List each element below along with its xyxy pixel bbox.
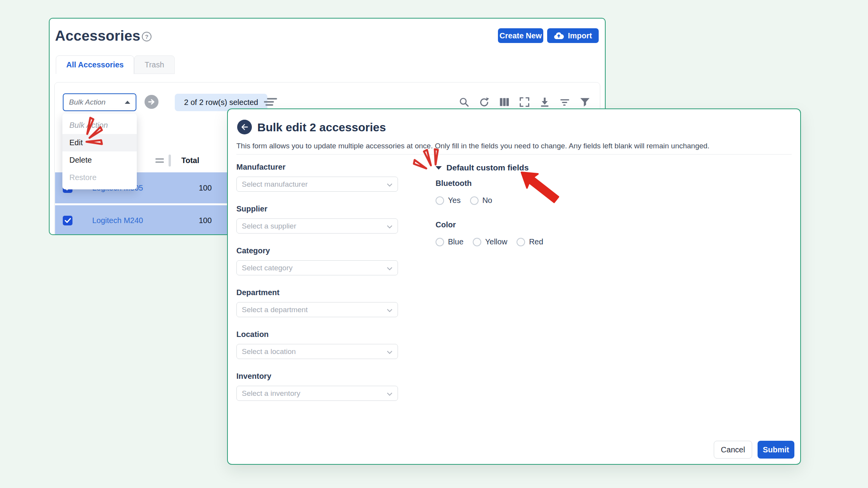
department-select[interactable]: Select a department [236, 302, 398, 317]
radio-label: Red [529, 237, 543, 246]
select-placeholder: Select a inventory [242, 389, 300, 398]
accessory-link[interactable]: Logitech M240 [92, 216, 170, 225]
chevron-down-icon [387, 222, 393, 230]
row-total-value: 100 [199, 184, 212, 192]
radio-label: Yes [448, 196, 461, 205]
manufacturer-select[interactable]: Select manufacturer [236, 177, 398, 192]
tab-bar: All Accessories Trash [56, 55, 175, 74]
bulk-action-menu: Bulk Action Edit Delete Restore [62, 113, 137, 189]
arrow-right-icon [148, 98, 155, 106]
field-label-category: Category [236, 246, 398, 255]
tab-all-accessories[interactable]: All Accessories [56, 55, 134, 74]
search-icon[interactable] [458, 96, 470, 108]
page-title: Accessories [55, 28, 140, 44]
menu-item-restore[interactable]: Restore [62, 169, 137, 186]
chevron-down-icon [387, 264, 393, 272]
panel-title: Bulk edit 2 accessories [257, 121, 386, 134]
panel-description: This form allows you to update multiple … [236, 142, 710, 150]
help-icon[interactable]: ? [142, 32, 152, 41]
chevron-up-icon [125, 101, 130, 104]
chevron-down-icon [387, 389, 393, 398]
row-density-icon[interactable] [263, 98, 279, 107]
create-new-button[interactable]: Create New [498, 28, 543, 43]
inventory-select[interactable]: Select a inventory [236, 386, 398, 401]
bulk-edit-panel: Bulk edit 2 accessories This form allows… [227, 108, 801, 465]
field-label-department: Department [236, 288, 398, 297]
select-placeholder: Select a location [242, 347, 296, 356]
bulk-action-value: Bulk Action [69, 98, 105, 107]
menu-item-bulk-action[interactable]: Bulk Action [62, 117, 137, 134]
create-new-label: Create New [499, 31, 542, 40]
column-resize-handle-icon[interactable] [155, 158, 164, 165]
column-separator[interactable] [169, 155, 171, 167]
field-label-location: Location [236, 330, 398, 339]
cloud-upload-icon [554, 32, 564, 40]
custom-field-label-color: Color [436, 220, 553, 229]
submit-button[interactable]: Submit [758, 441, 794, 459]
filter-lines-icon[interactable] [559, 96, 570, 108]
field-label-supplier: Supplier [236, 204, 398, 213]
location-select[interactable]: Select a location [236, 344, 398, 359]
refresh-icon[interactable] [479, 96, 490, 108]
category-select[interactable]: Select category [236, 260, 398, 275]
supplier-select[interactable]: Select a supplier [236, 218, 398, 234]
menu-item-delete[interactable]: Delete [62, 151, 137, 169]
table-toolbar-icons [458, 96, 591, 108]
select-placeholder: Select category [242, 264, 293, 272]
chevron-down-icon [387, 306, 393, 314]
select-placeholder: Select a supplier [242, 222, 296, 230]
select-placeholder: Select manufacturer [242, 180, 308, 189]
custom-fields-toggle[interactable]: Default custom fields [436, 163, 553, 172]
back-button[interactable] [237, 120, 252, 134]
row-total-value: 100 [199, 216, 212, 225]
radio-color-blue[interactable] [436, 238, 444, 246]
custom-fields-section: Default custom fields Bluetooth Yes No C… [436, 163, 553, 262]
bluetooth-radio-group: Yes No [436, 196, 553, 205]
fullscreen-icon[interactable] [519, 96, 530, 108]
color-radio-group: Blue Yellow Red [436, 237, 553, 246]
radio-bluetooth-yes[interactable] [436, 196, 444, 205]
select-placeholder: Select a department [242, 306, 308, 314]
radio-color-red[interactable] [517, 238, 525, 246]
bulk-edit-form: Manufacturer Select manufacturer Supplie… [236, 163, 398, 414]
radio-bluetooth-no[interactable] [470, 196, 479, 205]
chevron-down-icon [387, 180, 393, 189]
radio-label: No [482, 196, 493, 205]
menu-item-edit[interactable]: Edit [62, 134, 137, 151]
arrow-left-icon [240, 123, 249, 131]
radio-label: Blue [448, 237, 463, 246]
row-checkbox-checked-icon[interactable] [63, 216, 72, 225]
caret-down-icon [436, 166, 442, 170]
columns-icon[interactable] [499, 96, 510, 108]
chevron-down-icon [387, 347, 393, 356]
download-icon[interactable] [539, 96, 550, 108]
custom-field-label-bluetooth: Bluetooth [436, 179, 553, 188]
field-label-manufacturer: Manufacturer [236, 163, 398, 172]
radio-color-yellow[interactable] [473, 238, 481, 246]
divider [236, 154, 792, 155]
filter-funnel-icon[interactable] [579, 96, 591, 108]
column-header-total: Total [181, 156, 199, 165]
import-label: Import [568, 31, 592, 40]
custom-fields-title: Default custom fields [446, 163, 529, 172]
apply-bulk-action-button[interactable] [145, 95, 158, 109]
radio-label: Yellow [485, 237, 507, 246]
field-label-inventory: Inventory [236, 372, 398, 381]
bulk-action-select[interactable]: Bulk Action [63, 93, 136, 111]
tab-trash[interactable]: Trash [134, 55, 174, 74]
import-button[interactable]: Import [547, 28, 599, 43]
cancel-button[interactable]: Cancel [714, 441, 752, 459]
